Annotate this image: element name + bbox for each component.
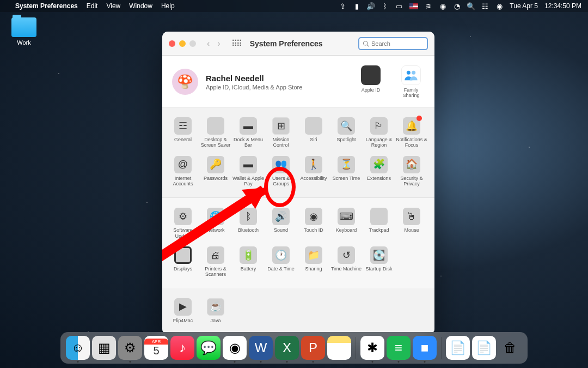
dock-notes[interactable] bbox=[327, 336, 351, 360]
volume-icon[interactable]: 🔊 bbox=[367, 2, 375, 10]
pane-printers[interactable]: 🖨Printers & Scanners bbox=[199, 244, 232, 283]
pane-label: Time Machine bbox=[331, 266, 362, 272]
pane-flip4mac[interactable]: ▶Flip4Mac bbox=[167, 296, 199, 329]
menubar-date[interactable]: Tue Apr 5 bbox=[510, 2, 538, 10]
dock-music[interactable]: ♪ bbox=[170, 336, 194, 360]
storage-icon[interactable]: ▮ bbox=[353, 2, 360, 10]
forward-button[interactable]: › bbox=[217, 39, 220, 49]
pane-label: Battery bbox=[241, 266, 256, 272]
svg-point-2 bbox=[407, 71, 411, 75]
pane-desktop[interactable]: Desktop & Screen Saver bbox=[199, 115, 232, 154]
user-info[interactable]: Rachel Needell Apple ID, iCloud, Media &… bbox=[206, 74, 302, 91]
avatar[interactable]: 🍄 bbox=[172, 69, 198, 95]
dock-trash[interactable]: 🗑 bbox=[498, 336, 522, 360]
pane-security[interactable]: 🏠Security & Privacy bbox=[395, 154, 428, 192]
pane-java[interactable]: ☕Java bbox=[199, 296, 232, 329]
pane-extensions[interactable]: 🧩Extensions bbox=[363, 154, 395, 192]
pane-wallet[interactable]: ▬Wallet & Apple Pay bbox=[232, 154, 265, 192]
menubar-time[interactable]: 12:34:50 PM bbox=[544, 2, 581, 10]
pane-touch-id[interactable]: ◉Touch ID bbox=[297, 206, 330, 244]
pane-internet-accounts[interactable]: @Internet Accounts bbox=[167, 154, 199, 192]
pane-general[interactable]: ☲General bbox=[167, 115, 199, 154]
pane-screen-time[interactable]: ⏳Screen Time bbox=[330, 154, 363, 192]
dock-powerpoint[interactable]: P bbox=[301, 336, 325, 360]
dock-document-2[interactable]: 📄 bbox=[472, 336, 496, 360]
family-sharing-button[interactable]: Family Sharing bbox=[397, 65, 425, 98]
dock-separator bbox=[441, 337, 442, 359]
dock-system-preferences[interactable]: ⚙ bbox=[118, 336, 142, 360]
menu-view[interactable]: View bbox=[106, 2, 120, 10]
notifications-icon: 🔔 bbox=[403, 117, 420, 135]
touchid-icon: ◉ bbox=[305, 208, 322, 225]
pane-time-machine[interactable]: ↺Time Machine bbox=[330, 244, 363, 283]
clock-icon[interactable]: ◔ bbox=[453, 2, 461, 10]
pane-startup-disk[interactable]: 💽Startup Disk bbox=[363, 244, 395, 283]
pane-label: Screen Time bbox=[333, 176, 360, 181]
pane-accessibility[interactable]: 🚶Accessibility bbox=[297, 154, 330, 192]
pane-keyboard[interactable]: ⌨Keyboard bbox=[330, 206, 363, 244]
apple-id-button[interactable]: Apple ID bbox=[357, 65, 384, 98]
dock-document-1[interactable]: 📄 bbox=[446, 336, 470, 360]
dock-excel[interactable]: X bbox=[275, 336, 299, 360]
user-icon[interactable]: ◉ bbox=[439, 2, 446, 10]
dock-slack[interactable]: ✱ bbox=[360, 336, 384, 360]
pane-label: Sound bbox=[274, 227, 288, 233]
desktop-icon bbox=[207, 117, 224, 135]
language-icon: 🏳 bbox=[370, 117, 388, 135]
grid-view-button[interactable]: ⠿⠿ bbox=[231, 39, 241, 49]
pane-notifications[interactable]: 🔔Notifications & Focus bbox=[395, 115, 428, 154]
pane-battery[interactable]: 🔋Battery bbox=[232, 244, 265, 283]
back-button[interactable]: ‹ bbox=[207, 39, 210, 49]
pane-label: Network bbox=[206, 227, 224, 233]
dock-finder[interactable]: ☺ bbox=[66, 336, 90, 360]
pane-displays[interactable]: Displays bbox=[167, 244, 199, 283]
control-center-icon[interactable]: ☷ bbox=[481, 2, 489, 10]
pane-mission-control[interactable]: ⊞Mission Control bbox=[265, 115, 297, 154]
pane-bluetooth[interactable]: ᛒBluetooth bbox=[232, 206, 265, 244]
dock-word[interactable]: W bbox=[249, 336, 273, 360]
wifi-icon[interactable]: ⚞ bbox=[425, 2, 432, 10]
pane-language[interactable]: 🏳Language & Region bbox=[363, 115, 395, 154]
dropbox-icon[interactable]: ⇪ bbox=[339, 2, 346, 10]
screentime-icon: ⏳ bbox=[338, 156, 355, 173]
pane-date-time[interactable]: 🕐Date & Time bbox=[265, 244, 297, 283]
pane-sharing[interactable]: 📁Sharing bbox=[297, 244, 330, 283]
close-button[interactable] bbox=[169, 40, 175, 47]
preference-panes-3: ▶Flip4Mac ☕Java bbox=[162, 288, 434, 334]
dock-chrome[interactable]: ◉ bbox=[223, 336, 247, 360]
pane-network[interactable]: 🌐Network bbox=[199, 206, 232, 244]
dock-zoom[interactable]: ■ bbox=[413, 336, 437, 360]
pane-software-update[interactable]: ⚙Software Update bbox=[167, 206, 199, 244]
pane-siri[interactable]: Siri bbox=[297, 115, 330, 154]
pane-dock[interactable]: ▬Dock & Menu Bar bbox=[232, 115, 265, 154]
dock-launchpad[interactable]: ▦ bbox=[92, 336, 116, 360]
pane-label: Security & Privacy bbox=[400, 176, 422, 186]
battery-icon[interactable]: ▭ bbox=[395, 2, 403, 10]
pane-label: Desktop & Screen Saver bbox=[201, 137, 231, 148]
pane-trackpad[interactable]: Trackpad bbox=[363, 206, 395, 244]
menu-window[interactable]: Window bbox=[129, 2, 152, 10]
menu-help[interactable]: Help bbox=[161, 2, 175, 10]
dock-spotify[interactable]: ≡ bbox=[387, 336, 411, 360]
pane-users-groups[interactable]: 👥Users & Groups bbox=[265, 154, 297, 192]
dock-calendar[interactable]: APR5 bbox=[144, 336, 168, 360]
siri-menubar-icon[interactable]: ◉ bbox=[495, 2, 503, 10]
desktop-folder-work[interactable]: Work bbox=[8, 17, 40, 46]
pane-mouse[interactable]: 🖱Mouse bbox=[395, 206, 428, 244]
pane-label: Dock & Menu Bar bbox=[234, 137, 263, 148]
maximize-button[interactable] bbox=[189, 40, 196, 47]
pane-sound[interactable]: 🔊Sound bbox=[265, 206, 297, 244]
spotlight-menubar-icon[interactable]: 🔍 bbox=[467, 2, 475, 10]
bluetooth-icon[interactable]: ᛒ bbox=[381, 2, 389, 10]
search-field[interactable] bbox=[358, 37, 428, 50]
input-source-icon[interactable] bbox=[409, 3, 418, 9]
pane-passwords[interactable]: 🔑Passwords bbox=[199, 154, 232, 192]
menu-edit[interactable]: Edit bbox=[87, 2, 98, 10]
preference-panes-1: ☲General Desktop & Screen Saver ▬Dock & … bbox=[162, 107, 434, 197]
app-menu[interactable]: System Preferences bbox=[15, 2, 78, 10]
folder-icon bbox=[11, 17, 36, 37]
search-input[interactable] bbox=[371, 40, 420, 47]
dock-messages[interactable]: 💬 bbox=[197, 336, 220, 360]
pane-spotlight[interactable]: 🔍Spotlight bbox=[330, 115, 363, 154]
minimize-button[interactable] bbox=[179, 40, 186, 47]
